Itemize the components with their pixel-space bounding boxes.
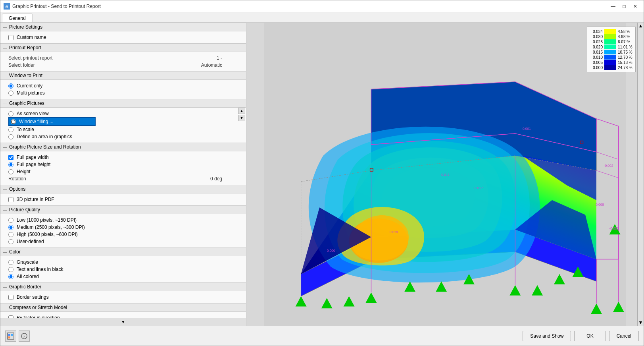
close-button[interactable]: ✕ [630,2,640,10]
options-content: 3D picture in PDF [0,193,246,205]
section-picture-settings[interactable]: — Picture Settings [0,23,246,31]
select-folder-value: Automatic [89,62,238,68]
current-only-label: Current only [17,83,42,89]
as-screen-view-row: As screen view [8,110,238,117]
current-only-row: Current only [8,82,238,89]
legend-color-2 [604,39,616,44]
window-filling-label: Window filling ... [19,119,54,124]
legend-item-6: 0.005 15.13 % [589,60,634,65]
left-scroll-down[interactable]: ▼ [0,318,246,326]
full-page-height-radio[interactable] [8,162,13,167]
all-colored-label: All colored [17,274,39,279]
legend-color-4 [604,50,616,54]
define-area-radio[interactable] [8,134,13,139]
multi-pictures-radio[interactable] [8,91,13,96]
legend-item-4: 0.015 10.75 % [589,50,634,54]
tool-icon-1[interactable] [5,331,16,342]
bottom-right-actions: Save and Show OK Cancel [523,331,639,341]
current-only-radio[interactable] [8,83,13,89]
grayscale-row: Grayscale [8,259,238,266]
tab-general[interactable]: General [2,14,33,22]
section-title-graphic-border: Graphic Border [9,284,41,290]
height-radio[interactable] [8,169,13,174]
svg-text:0.001: 0.001 [523,127,531,131]
all-colored-radio[interactable] [8,274,13,279]
legend-item-5: 0.010 12.70 % [589,55,634,60]
medium-quality-radio[interactable] [8,225,13,230]
legend-item-7: 0.000 24.78 % [589,65,634,70]
scroll-down-btn[interactable]: ▼ [238,115,245,121]
collapse-icon-6: — [3,187,8,191]
legend-item-0: 0.034 4.58 % [589,29,634,34]
section-printout-report[interactable]: — Printout Report [0,43,246,52]
select-folder-label: Select folder [8,62,88,68]
full-page-height-label: Full page height [17,162,50,167]
section-title-color: Color [9,249,21,255]
window-filling-row[interactable]: Window filling ... [8,117,96,126]
user-defined-label: User-defined [17,239,44,244]
tool-icon-2[interactable]: ? [19,331,30,342]
section-options[interactable]: — Options [0,185,246,193]
collapse-icon-4: — [3,101,8,106]
legend-color-3 [604,44,616,49]
text-lines-black-radio[interactable] [8,267,13,272]
picture-quality-content: Low (1000 pixels, ~150 DPI) Medium (2500… [0,214,246,247]
legend-color-7 [604,65,616,70]
text-lines-black-label: Text and lines in black [17,267,63,272]
full-page-width-label: Full page width [17,155,49,160]
svg-rect-38 [8,334,10,336]
svg-text:0.000: 0.000 [327,249,335,253]
grayscale-radio[interactable] [8,260,13,265]
full-page-width-checkbox[interactable] [8,155,13,160]
legend-item-1: 0.030 4.98 % [589,34,634,39]
right-scrollbar[interactable]: ▲ ▼ [637,23,644,326]
app-icon: 🖨 [4,3,10,10]
window-title: Graphic Printout - Send to Printout Repo… [12,4,606,9]
section-graphic-pictures[interactable]: — Graphic Pictures [0,99,246,108]
section-title-picture-settings: Picture Settings [9,24,42,30]
section-graphic-border[interactable]: — Graphic Border [0,282,246,291]
section-window-to-print[interactable]: — Window to Print [0,71,246,80]
select-folder-row: Select folder Automatic [8,62,238,69]
collapse-icon-5: — [3,145,8,149]
ok-button[interactable]: OK [574,331,606,341]
3d-pdf-checkbox[interactable] [8,197,13,202]
settings-scroll[interactable]: — Picture Settings Custom name — Printou… [0,23,246,318]
window-filling-radio[interactable] [11,119,16,124]
section-title-compress: Compress or Stretch Model [9,305,67,310]
section-color[interactable]: — Color [0,247,246,256]
section-compress-stretch[interactable]: — Compress or Stretch Model [0,303,246,312]
to-scale-row: To scale [8,126,238,133]
custom-name-label: Custom name [17,35,46,40]
maximize-button[interactable]: □ [619,2,629,10]
high-quality-radio[interactable] [8,232,13,237]
scroll-top-btn[interactable]: ▲ [638,23,644,29]
minimize-button[interactable]: — [608,2,618,10]
border-settings-checkbox[interactable] [8,295,13,300]
section-title-picture-quality: Picture Quality [9,207,40,213]
section-size-rotation[interactable]: — Graphic Picture Size and Rotation [0,143,246,151]
user-defined-radio[interactable] [8,239,13,244]
low-quality-radio[interactable] [8,218,13,223]
graphic-pictures-content: As screen view Window filling ... To sca… [0,108,246,143]
height-label: Height [17,169,31,174]
scroll-bottom-btn[interactable]: ▼ [638,319,644,326]
collapse-icon-3: — [3,73,8,78]
by-factor-row: By factor in direction [8,314,238,318]
bottom-left-tools: ? [5,331,30,342]
rotation-label: Rotation [8,176,88,182]
multi-pictures-label: Multi pictures [17,90,45,96]
to-scale-radio[interactable] [8,127,13,132]
save-and-show-button[interactable]: Save and Show [523,331,571,341]
custom-name-checkbox[interactable] [8,35,13,40]
window-to-print-content: Current only Multi pictures [0,80,246,99]
cancel-button[interactable]: Cancel [609,331,639,341]
section-picture-quality[interactable]: — Picture Quality [0,205,246,214]
full-page-height-row: Full page height [8,161,238,168]
scroll-up-btn[interactable]: ▲ [238,108,245,114]
as-screen-view-radio[interactable] [8,111,13,116]
main-content: — Picture Settings Custom name — Printou… [0,23,644,326]
window-controls: — □ ✕ [608,2,640,10]
select-printout-value: 1 - [89,55,238,61]
custom-name-row: Custom name [8,34,238,41]
